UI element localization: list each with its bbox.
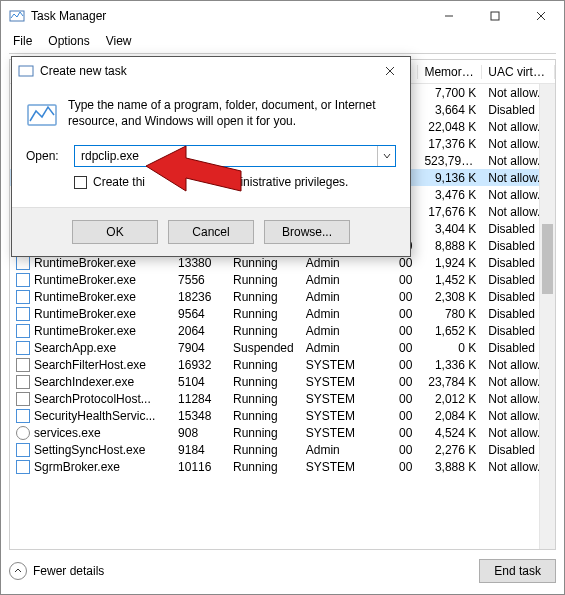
cell-user: Admin — [300, 341, 373, 355]
window-title: Task Manager — [31, 9, 426, 23]
cell-user: Admin — [300, 290, 373, 304]
process-name: RuntimeBroker.exe — [34, 273, 136, 287]
process-name: RuntimeBroker.exe — [34, 307, 136, 321]
cell-memory: 7,700 K — [418, 86, 482, 100]
end-task-button[interactable]: End task — [479, 559, 556, 583]
cell-memory: 17,676 K — [418, 205, 482, 219]
cell-memory: 1,452 K — [418, 273, 482, 287]
table-row[interactable]: RuntimeBroker.exe9564RunningAdmin00780 K… — [10, 305, 555, 322]
table-row[interactable]: SearchApp.exe7904SuspendedAdmin000 KDisa… — [10, 339, 555, 356]
cell-user: SYSTEM — [300, 358, 373, 372]
cell-cpu: 00 — [372, 392, 418, 406]
cell-pid: 908 — [172, 426, 227, 440]
fewer-details-button[interactable]: Fewer details — [9, 562, 104, 580]
menu-separator — [9, 53, 556, 54]
cell-cpu: 00 — [372, 358, 418, 372]
cell-cpu: 00 — [372, 324, 418, 338]
open-combobox[interactable] — [74, 145, 396, 167]
cell-cpu: 00 — [372, 426, 418, 440]
process-icon — [16, 256, 30, 270]
table-row[interactable]: services.exe908RunningSYSTEM004,524 KNot… — [10, 424, 555, 441]
cell-cpu: 00 — [372, 409, 418, 423]
maximize-button[interactable] — [472, 1, 518, 31]
cell-pid: 9564 — [172, 307, 227, 321]
browse-button[interactable]: Browse... — [264, 220, 350, 244]
menu-file[interactable]: File — [5, 32, 40, 50]
process-name: SearchIndexer.exe — [34, 375, 134, 389]
process-icon — [16, 409, 30, 423]
cell-pid: 18236 — [172, 290, 227, 304]
col-uac[interactable]: UAC virtu... — [482, 65, 555, 79]
cell-user: SYSTEM — [300, 426, 373, 440]
cell-name: SearchProtocolHost... — [10, 392, 172, 406]
cell-name: SearchIndexer.exe — [10, 375, 172, 389]
process-icon — [16, 307, 30, 321]
cell-memory: 3,476 K — [418, 188, 482, 202]
admin-label-post: administrative privileges. — [217, 175, 348, 189]
cell-status: Running — [227, 273, 300, 287]
vertical-scrollbar[interactable] — [539, 84, 555, 549]
cell-status: Running — [227, 375, 300, 389]
table-row[interactable]: SearchFilterHost.exe16932RunningSYSTEM00… — [10, 356, 555, 373]
cell-user: SYSTEM — [300, 460, 373, 474]
cell-name: services.exe — [10, 426, 172, 440]
cancel-button[interactable]: Cancel — [168, 220, 254, 244]
menu-view[interactable]: View — [98, 32, 140, 50]
cell-status: Running — [227, 392, 300, 406]
cell-pid: 5104 — [172, 375, 227, 389]
cell-status: Running — [227, 256, 300, 270]
cell-name: RuntimeBroker.exe — [10, 273, 172, 287]
footer: Fewer details End task — [9, 556, 556, 586]
cell-memory: 22,048 K — [418, 120, 482, 134]
cell-memory: 3,404 K — [418, 222, 482, 236]
cell-memory: 9,136 K — [418, 171, 482, 185]
cell-memory: 1,336 K — [418, 358, 482, 372]
table-row[interactable]: RuntimeBroker.exe18236RunningAdmin002,30… — [10, 288, 555, 305]
cell-status: Running — [227, 426, 300, 440]
process-icon — [16, 324, 30, 338]
table-row[interactable]: SecurityHealthServic...15348RunningSYSTE… — [10, 407, 555, 424]
table-row[interactable]: RuntimeBroker.exe2064RunningAdmin001,652… — [10, 322, 555, 339]
open-input[interactable] — [75, 146, 377, 166]
close-button[interactable] — [518, 1, 564, 31]
process-name: RuntimeBroker.exe — [34, 290, 136, 304]
menu-options[interactable]: Options — [40, 32, 97, 50]
cell-status: Running — [227, 409, 300, 423]
process-icon — [16, 358, 30, 372]
process-name: SearchApp.exe — [34, 341, 116, 355]
cell-user: Admin — [300, 256, 373, 270]
admin-checkbox[interactable] — [74, 176, 87, 189]
svg-rect-5 — [19, 66, 33, 76]
cell-pid: 7556 — [172, 273, 227, 287]
cell-status: Running — [227, 358, 300, 372]
cell-cpu: 00 — [372, 290, 418, 304]
cell-status: Running — [227, 290, 300, 304]
fewer-details-label: Fewer details — [33, 564, 104, 578]
cell-pid: 2064 — [172, 324, 227, 338]
dropdown-icon[interactable] — [377, 146, 395, 166]
table-row[interactable]: SettingSyncHost.exe9184RunningAdmin002,2… — [10, 441, 555, 458]
cell-pid: 10116 — [172, 460, 227, 474]
cell-cpu: 00 — [372, 307, 418, 321]
process-name: SettingSyncHost.exe — [34, 443, 145, 457]
process-icon — [16, 443, 30, 457]
dialog-close-button[interactable] — [376, 57, 404, 85]
cell-memory: 2,308 K — [418, 290, 482, 304]
table-row[interactable]: SearchIndexer.exe5104RunningSYSTEM0023,7… — [10, 373, 555, 390]
dialog-title: Create new task — [40, 64, 376, 78]
table-row[interactable]: SgrmBroker.exe10116RunningSYSTEM003,888 … — [10, 458, 555, 475]
cell-memory: 3,664 K — [418, 103, 482, 117]
cell-memory: 2,276 K — [418, 443, 482, 457]
cell-memory: 2,084 K — [418, 409, 482, 423]
col-memory[interactable]: Memory (a... — [418, 65, 482, 79]
create-task-dialog: Create new task Type the name of a progr… — [11, 56, 411, 257]
process-icon — [16, 341, 30, 355]
minimize-button[interactable] — [426, 1, 472, 31]
table-row[interactable]: RuntimeBroker.exe7556RunningAdmin001,452… — [10, 271, 555, 288]
cell-cpu: 00 — [372, 256, 418, 270]
process-name: SgrmBroker.exe — [34, 460, 120, 474]
scroll-thumb[interactable] — [542, 224, 553, 294]
ok-button[interactable]: OK — [72, 220, 158, 244]
menubar: File Options View — [1, 31, 564, 51]
table-row[interactable]: SearchProtocolHost...11284RunningSYSTEM0… — [10, 390, 555, 407]
